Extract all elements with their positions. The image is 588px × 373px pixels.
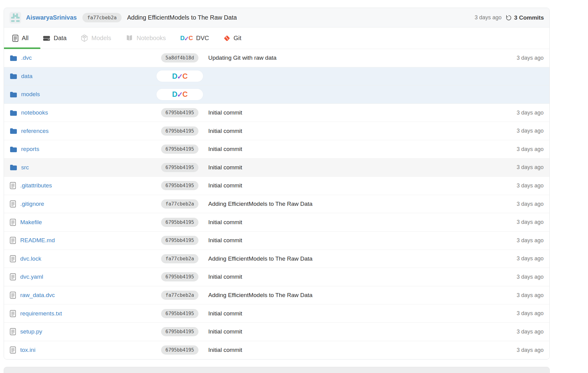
table-row: Makefile 6795bb4195 Initial commit 3 day… [4, 213, 549, 232]
table-row: setup.py 6795bb4195 Initial commit 3 day… [4, 323, 549, 341]
tab-notebooks: Notebooks [126, 35, 166, 42]
commit-hash-badge[interactable]: 6795bb4195 [161, 126, 198, 136]
entry-name-link[interactable]: requirements.txt [20, 310, 62, 317]
entry-name-link[interactable]: reports [21, 146, 39, 153]
commit-message[interactable]: Adding EfficientModels to The Raw Data [127, 14, 237, 21]
entry-name-link[interactable]: README.md [20, 237, 55, 244]
entry-name-link[interactable]: dvc.lock [20, 255, 41, 262]
commit-message: Initial commit [205, 328, 517, 335]
table-row: dvc.yaml 6795bb4195 Initial commit 3 day… [4, 268, 549, 286]
entry-name-link[interactable]: references [21, 128, 49, 134]
file-icon [10, 255, 16, 262]
commit-date: 3 days ago [517, 292, 549, 299]
folder-icon [10, 92, 17, 97]
tab-data[interactable]: Data [43, 35, 66, 42]
commit-hash-badge[interactable]: fa77cbeb2a [161, 254, 198, 263]
commit-date: 3 days ago [517, 183, 549, 189]
active-tab-underline [4, 47, 40, 49]
commit-time: 3 days ago [475, 14, 502, 21]
file-icon [10, 219, 16, 226]
commit-hash-badge[interactable]: 6795bb4195 [161, 181, 198, 190]
commit-hash-badge[interactable]: 6795bb4195 [161, 345, 198, 355]
table-row: src 6795bb4195 Initial commit 3 days ago [4, 159, 549, 177]
commit-hash-badge[interactable]: fa77cbeb2a [161, 291, 198, 300]
commit-date: 3 days ago [517, 55, 549, 61]
dvc-logo-icon: D✓C [180, 34, 193, 42]
commit-date: 3 days ago [517, 219, 549, 225]
commit-hash-badge[interactable]: 6795bb4195 [161, 309, 198, 318]
entry-name-link[interactable]: src [21, 164, 29, 171]
tab-git[interactable]: Git [224, 35, 242, 42]
commit-date: 3 days ago [517, 310, 549, 317]
commit-hash-badge[interactable]: 5a8df4b18d [161, 53, 198, 62]
entry-name-link[interactable]: data [21, 73, 32, 80]
folder-icon [10, 128, 17, 134]
commit-date: 3 days ago [517, 128, 549, 134]
commit-date: 3 days ago [517, 255, 549, 262]
table-row: raw_data.dvc fa77cbeb2a Adding Efficient… [4, 286, 549, 305]
entry-name-link[interactable]: .gitignore [20, 201, 44, 207]
commit-message: Adding EfficientModels to The Raw Data [205, 201, 517, 207]
commit-hash-badge[interactable]: 6795bb4195 [161, 145, 198, 154]
table-row: .dvc 5a8df4b18d Updating Git with raw da… [4, 49, 549, 67]
table-row: data D✓C [4, 67, 549, 86]
file-icon [10, 292, 16, 299]
storage-icon [43, 35, 50, 41]
entry-name-link[interactable]: notebooks [21, 109, 48, 116]
table-row: references 6795bb4195 Initial commit 3 d… [4, 122, 549, 140]
commit-date: 3 days ago [517, 164, 549, 171]
file-icon [10, 182, 16, 189]
entry-name-link[interactable]: .gitattributes [20, 182, 52, 189]
commit-hash-badge[interactable]: 6795bb4195 [161, 236, 198, 245]
commit-hash-badge[interactable]: 6795bb4195 [161, 163, 198, 172]
commit-message: Initial commit [205, 310, 517, 317]
commit-hash-badge[interactable]: 6795bb4195 [161, 327, 198, 336]
tab-all[interactable]: All [12, 35, 28, 42]
dvc-tracked-badge[interactable]: D✓C [156, 89, 203, 100]
commit-hash-badge[interactable]: 6795bb4195 [161, 272, 198, 281]
entry-name-link[interactable]: .dvc [21, 55, 32, 61]
tab-dvc[interactable]: D✓C DVC [180, 34, 209, 42]
commit-message: Initial commit [205, 146, 517, 153]
table-row: notebooks 6795bb4195 Initial commit 3 da… [4, 104, 549, 122]
table-row: README.md 6795bb4195 Initial commit 3 da… [4, 232, 549, 250]
commit-hash-badge[interactable]: 6795bb4195 [161, 108, 198, 117]
entry-name-link[interactable]: models [21, 91, 40, 98]
commit-date: 3 days ago [517, 347, 549, 353]
table-row: requirements.txt 6795bb4195 Initial comm… [4, 304, 549, 323]
filter-tabs: All Data Models Notebooks D✓C DVC Git [4, 28, 549, 49]
commit-hash-badge[interactable]: fa77cbeb2a [161, 199, 198, 209]
file-icon [10, 310, 16, 317]
dvc-logo-icon: D✓C [172, 72, 187, 81]
table-row: .gitignore fa77cbeb2a Adding EfficientMo… [4, 195, 549, 213]
table-row: dvc.lock fa77cbeb2a Adding EfficientMode… [4, 250, 549, 268]
commits-count-link[interactable]: 3 Commits [514, 14, 544, 21]
dvc-logo-icon: D✓C [172, 90, 187, 99]
commit-message: Initial commit [205, 273, 517, 280]
entry-name-link[interactable]: setup.py [20, 328, 42, 335]
dvc-logo-icon: D✓C [180, 34, 193, 42]
dvc-tracked-badge[interactable]: D✓C [156, 70, 203, 82]
tab-models: Models [81, 34, 111, 42]
entry-name-link[interactable]: dvc.yaml [20, 273, 43, 280]
commit-message: Initial commit [205, 128, 517, 134]
file-icon [10, 273, 16, 281]
entry-name-link[interactable]: Makefile [20, 219, 42, 226]
book-icon [126, 35, 133, 41]
folder-icon [10, 164, 17, 170]
user-avatar-identicon[interactable] [9, 12, 21, 24]
commit-date: 3 days ago [517, 201, 549, 207]
entry-name-link[interactable]: tox.ini [20, 347, 36, 353]
commit-author-link[interactable]: AiswaryaSrinivas [26, 14, 77, 21]
table-row: reports 6795bb4195 Initial commit 3 days… [4, 140, 549, 159]
commit-hash-badge[interactable]: fa77cbeb2a [82, 13, 122, 22]
commit-message: Initial commit [205, 164, 517, 171]
commit-date: 3 days ago [517, 329, 549, 335]
entry-name-link[interactable]: raw_data.dvc [20, 292, 55, 299]
commit-message: Initial commit [205, 109, 517, 116]
folder-icon [10, 110, 17, 116]
commit-message: Adding EfficientModels to The Raw Data [205, 255, 517, 262]
file-table: .dvc 5a8df4b18d Updating Git with raw da… [4, 49, 549, 359]
table-row: models D✓C [4, 85, 549, 104]
commit-hash-badge[interactable]: 6795bb4195 [161, 218, 198, 227]
